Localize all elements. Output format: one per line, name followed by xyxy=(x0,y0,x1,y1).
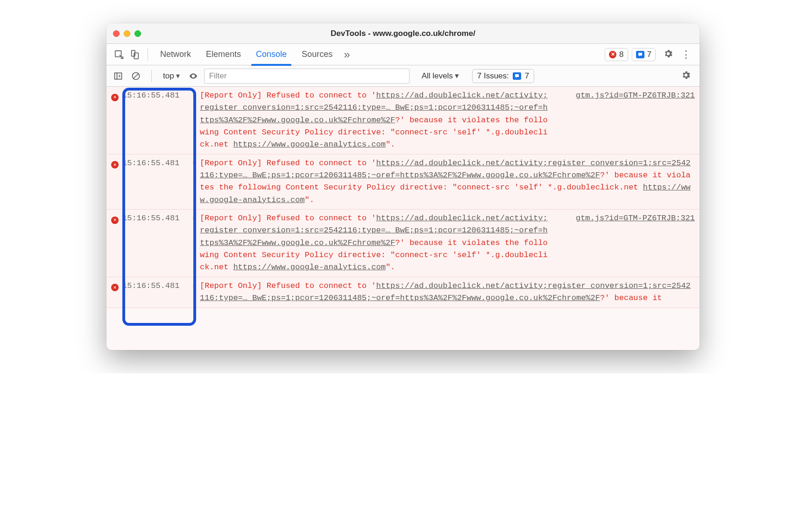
message-timestamp: 15:16:55.481 xyxy=(122,90,192,102)
console-filter-input[interactable] xyxy=(204,69,410,84)
device-toolbar-icon[interactable] xyxy=(127,47,143,63)
more-tabs-button[interactable]: » xyxy=(340,48,354,61)
issues-count: 7 xyxy=(647,50,651,59)
message-body: [Report Only] Refused to connect to 'htt… xyxy=(200,90,550,151)
console-message[interactable]: ✕15:16:55.481▸[Report Only] Refused to c… xyxy=(106,87,700,154)
issues-button-count: 7 xyxy=(525,71,529,81)
context-selector[interactable]: top xyxy=(160,71,183,81)
errors-badge[interactable]: ✕ 8 xyxy=(605,48,628,61)
console-message[interactable]: ✕15:16:55.481▸[Report Only] Refused to c… xyxy=(106,154,700,210)
live-expression-icon[interactable] xyxy=(186,69,200,83)
log-levels-selector[interactable]: All levels xyxy=(419,71,462,81)
issue-icon xyxy=(636,51,644,58)
devtools-window: DevTools - www.google.co.uk/chrome/ Netw… xyxy=(106,23,700,350)
issues-badge[interactable]: 7 xyxy=(632,48,656,61)
expand-icon[interactable]: ▸ xyxy=(192,157,200,169)
svg-point-5 xyxy=(192,75,194,77)
message-source-link[interactable]: gtm.js?id=GTM-PZ6TRJB:321 xyxy=(550,212,695,224)
message-text: ?' because it xyxy=(600,294,667,302)
message-text: [Report Only] Refused to connect to ' xyxy=(200,159,376,168)
settings-icon[interactable] xyxy=(659,49,677,61)
clear-console-icon[interactable] xyxy=(129,69,143,83)
issues-button-label: 7 Issues: xyxy=(477,71,509,81)
tab-network[interactable]: Network xyxy=(153,44,198,65)
tab-elements[interactable]: Elements xyxy=(198,44,248,65)
titlebar: DevTools - www.google.co.uk/chrome/ xyxy=(106,23,700,44)
console-messages: ✕15:16:55.481▸[Report Only] Refused to c… xyxy=(106,87,700,350)
error-icon: ✕ xyxy=(111,280,122,293)
message-body: [Report Only] Refused to connect to 'htt… xyxy=(200,157,695,206)
message-text: ". xyxy=(386,140,395,149)
divider xyxy=(151,70,152,82)
error-icon: ✕ xyxy=(111,157,122,170)
message-text: ". xyxy=(386,263,395,272)
console-message[interactable]: ✕15:16:55.481▸[Report Only] Refused to c… xyxy=(106,210,700,277)
error-icon: ✕ xyxy=(609,51,616,58)
divider xyxy=(148,49,148,61)
message-timestamp: 15:16:55.481 xyxy=(122,280,192,292)
message-source-link[interactable]: gtm.js?id=GTM-PZ6TRJB:321 xyxy=(550,90,695,102)
tab-sources[interactable]: Sources xyxy=(294,44,340,65)
message-timestamp: 15:16:55.481 xyxy=(122,212,192,224)
errors-count: 8 xyxy=(619,50,623,59)
window-title: DevTools - www.google.co.uk/chrome/ xyxy=(106,29,700,38)
panel-tabbar: NetworkElementsConsoleSources » ✕ 8 7 ⋮ xyxy=(106,44,700,65)
expand-icon[interactable]: ▸ xyxy=(192,90,200,102)
log-levels-value: All levels xyxy=(422,71,453,81)
message-body: [Report Only] Refused to connect to 'htt… xyxy=(200,212,550,274)
console-message[interactable]: ✕15:16:55.481▸[Report Only] Refused to c… xyxy=(106,277,700,308)
issues-button[interactable]: 7 Issues: 7 xyxy=(472,69,535,83)
error-icon: ✕ xyxy=(111,212,122,225)
expand-icon[interactable]: ▸ xyxy=(192,280,200,292)
error-icon: ✕ xyxy=(111,90,122,103)
inspect-element-icon[interactable] xyxy=(111,47,127,63)
message-text: ". xyxy=(304,196,314,204)
show-sidebar-icon[interactable] xyxy=(111,69,125,83)
message-text: [Report Only] Refused to connect to ' xyxy=(200,214,376,223)
message-body: [Report Only] Refused to connect to 'htt… xyxy=(200,280,695,305)
underlined-url[interactable]: https://www.google-analytics.com xyxy=(233,140,385,149)
message-text: [Report Only] Refused to connect to ' xyxy=(200,91,376,100)
tab-console[interactable]: Console xyxy=(248,44,294,65)
issue-icon xyxy=(513,72,521,80)
console-toolbar: top All levels 7 Issues: 7 xyxy=(106,65,700,87)
svg-rect-3 xyxy=(115,73,122,79)
underlined-url[interactable]: https://www.google-analytics.com xyxy=(233,263,385,272)
context-selector-value: top xyxy=(163,71,174,81)
expand-icon[interactable]: ▸ xyxy=(192,212,200,224)
message-text: [Report Only] Refused to connect to ' xyxy=(200,281,376,290)
message-timestamp: 15:16:55.481 xyxy=(122,157,192,169)
more-options-icon[interactable]: ⋮ xyxy=(677,49,695,61)
console-settings-icon[interactable] xyxy=(677,70,695,82)
